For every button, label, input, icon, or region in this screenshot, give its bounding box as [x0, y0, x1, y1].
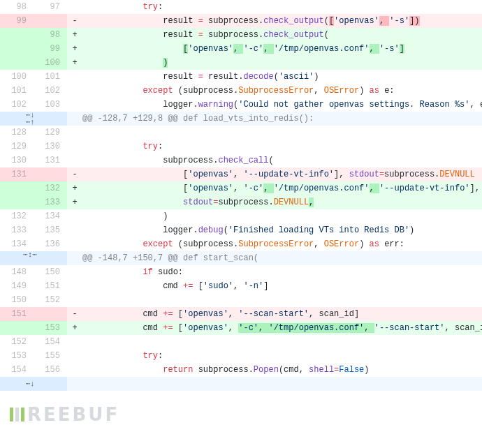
diff-mark: + — [67, 195, 82, 209]
diff-mark — [67, 293, 82, 307]
line-number-old[interactable]: 101 — [0, 84, 34, 98]
diff-row: 149151 cmd += ['sudo', '-n'] — [0, 279, 482, 293]
diff-row: 99- result = subprocess.check_output(['o… — [0, 14, 482, 28]
diff-row: 134136 except (subprocess.SubprocessErro… — [0, 237, 482, 251]
line-number-old[interactable]: 100 — [0, 70, 34, 84]
expand-hunk-button[interactable]: ⋯↕⋯ — [0, 251, 67, 265]
line-number-new[interactable]: 103 — [34, 98, 67, 112]
line-number-old[interactable] — [0, 42, 34, 56]
hunk-header: @@ -148,7 +150,7 @@ def start_scan( — [82, 251, 482, 265]
line-number-old[interactable]: 102 — [0, 98, 34, 112]
diff-row: 100+ ) — [0, 56, 482, 70]
code-line: except (subprocess.SubprocessError, OSEr… — [82, 237, 482, 251]
line-number-old[interactable]: 128 — [0, 126, 34, 140]
diff-row: 133+ stdout=subprocess.DEVNULL, — [0, 195, 482, 209]
line-number-new[interactable]: 154 — [34, 335, 67, 349]
code-line: ['openvas', '--update-vt-info'], stdout=… — [82, 167, 482, 181]
code-line: result = subprocess.check_output(['openv… — [82, 14, 482, 28]
line-number-new[interactable]: 132 — [34, 181, 67, 195]
expand-down-button[interactable]: ⋯↓ — [0, 377, 67, 391]
line-number-old[interactable]: 130 — [0, 154, 34, 167]
diff-mark: + — [67, 321, 82, 335]
diff-row: 100101 result = result.decode('ascii') — [0, 70, 482, 84]
line-number-new[interactable]: 151 — [34, 279, 67, 293]
code-line: result = result.decode('ascii') — [82, 70, 482, 84]
line-number-new[interactable]: 102 — [34, 84, 67, 98]
diff-mark: + — [67, 56, 82, 70]
diff-mark: + — [67, 42, 82, 56]
line-number-old[interactable]: 154 — [0, 363, 34, 377]
line-number-new[interactable]: 133 — [34, 195, 67, 209]
line-number-old[interactable] — [0, 28, 34, 42]
diff-mark — [67, 140, 82, 154]
line-number-new[interactable]: 129 — [34, 126, 67, 140]
line-number-old[interactable]: 134 — [0, 237, 34, 251]
diff-row: 148150 if sudo: — [0, 265, 482, 279]
unfold-down-icon: ⋯↓ — [0, 377, 60, 391]
diff-mark — [67, 98, 82, 112]
line-number-old[interactable] — [0, 195, 34, 209]
diff-mark — [67, 0, 82, 14]
diff-mark: + — [67, 181, 82, 195]
diff-mark — [67, 126, 82, 140]
line-number-new[interactable]: 100 — [34, 56, 67, 70]
line-number-new[interactable]: 153 — [34, 321, 67, 335]
diff-mark — [67, 223, 82, 237]
line-number-old[interactable]: 153 — [0, 349, 34, 363]
line-number-old[interactable]: 99 — [0, 14, 34, 28]
line-number-new[interactable] — [34, 167, 67, 181]
line-number-new[interactable]: 150 — [34, 265, 67, 279]
diff-row: 133135 logger.debug('Finished loading VT… — [0, 223, 482, 237]
line-number-new[interactable] — [34, 307, 67, 321]
line-number-old[interactable]: 131 — [0, 167, 34, 181]
diff-row: 152154 — [0, 335, 482, 349]
line-number-new[interactable]: 131 — [34, 154, 67, 167]
line-number-new[interactable]: 155 — [34, 349, 67, 363]
code-line: try: — [82, 349, 482, 363]
code-line — [82, 335, 482, 349]
diff-mark — [67, 209, 82, 223]
unfold-up-icon: ⋯↑ — [0, 119, 60, 126]
code-line: try: — [82, 0, 482, 14]
line-number-new[interactable]: 98 — [34, 28, 67, 42]
line-number-new[interactable]: 99 — [34, 42, 67, 56]
line-number-old[interactable]: 98 — [0, 0, 34, 14]
diff-row: 150152 — [0, 293, 482, 307]
expand-hunk-button[interactable]: ⋯↓⋯↑ — [0, 112, 67, 126]
diff-row: 98+ result = subprocess.check_output( — [0, 28, 482, 42]
line-number-old[interactable]: 149 — [0, 279, 34, 293]
line-number-old[interactable]: 151 — [0, 307, 34, 321]
line-number-new[interactable]: 152 — [34, 293, 67, 307]
line-number-new[interactable] — [34, 14, 67, 28]
diff-mark — [67, 70, 82, 84]
diff-mark: - — [67, 167, 82, 181]
code-line: cmd += ['openvas', '-c', '/tmp/openvas.c… — [82, 321, 482, 335]
line-number-old[interactable]: 148 — [0, 265, 34, 279]
line-number-old[interactable] — [0, 321, 34, 335]
code-line: ) — [82, 56, 482, 70]
diff-mark — [67, 265, 82, 279]
line-number-old[interactable]: 150 — [0, 293, 34, 307]
line-number-new[interactable]: 136 — [34, 237, 67, 251]
line-number-new[interactable]: 156 — [34, 363, 67, 377]
line-number-old[interactable]: 152 — [0, 335, 34, 349]
line-number-new[interactable]: 97 — [34, 0, 67, 14]
hunk-header: @@ -128,7 +129,8 @@ def load_vts_into_re… — [82, 112, 482, 126]
line-number-old[interactable]: 133 — [0, 223, 34, 237]
code-line: ['openvas', '-c', '/tmp/openvas.conf', '… — [82, 181, 482, 195]
diff-row: ⋯↓⋯↑@@ -128,7 +129,8 @@ def load_vts_int… — [0, 112, 482, 126]
code-line: ['openvas', '-c', '/tmp/openvas.conf', '… — [82, 42, 482, 56]
code-line: logger.warning('Could not gather openvas… — [82, 98, 482, 112]
line-number-old[interactable] — [0, 56, 34, 70]
line-number-old[interactable]: 129 — [0, 140, 34, 154]
line-number-new[interactable]: 135 — [34, 223, 67, 237]
diff-row: 128129 — [0, 126, 482, 140]
line-number-new[interactable]: 101 — [34, 70, 67, 84]
diff-row: 130131 subprocess.check_call( — [0, 154, 482, 167]
line-number-new[interactable]: 130 — [34, 140, 67, 154]
line-number-new[interactable]: 134 — [34, 209, 67, 223]
diff-row: 153+ cmd += ['openvas', '-c', '/tmp/open… — [0, 321, 482, 335]
line-number-old[interactable] — [0, 181, 34, 195]
diff-row: 151- cmd += ['openvas', '--scan-start', … — [0, 307, 482, 321]
line-number-old[interactable]: 132 — [0, 209, 34, 223]
